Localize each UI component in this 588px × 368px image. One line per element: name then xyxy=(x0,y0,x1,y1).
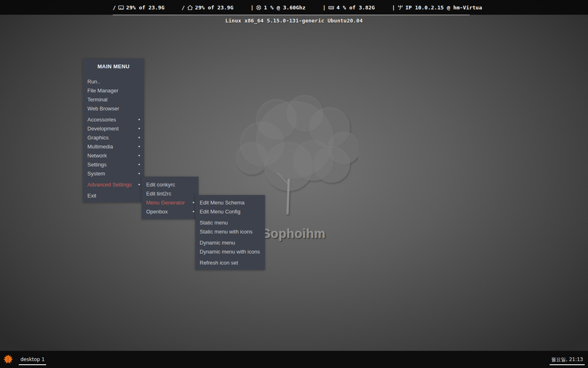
menu-item-refresh-icon-set[interactable]: Refresh icon set xyxy=(195,258,265,267)
clock-indicator xyxy=(550,364,585,365)
advanced-menu-items: Edit conkyrc Edit tint2rc Menu Generator… xyxy=(142,177,198,219)
submenu-arrow-icon: • xyxy=(138,182,140,187)
menu-item-label: System xyxy=(87,171,136,177)
menu-item-development[interactable]: Development• xyxy=(83,124,144,133)
menu-item-label: Refresh icon set xyxy=(200,260,261,266)
cpu-stat: | 1 % @ 3.60Ghz xyxy=(251,4,306,11)
menu-item-system[interactable]: System• xyxy=(83,169,144,178)
main-menu: MAIN MENU Run.. File Manager Terminal We… xyxy=(83,58,144,202)
disk-root-stat: / 29% of 23.9G xyxy=(113,4,165,11)
menu-item-label: Terminal xyxy=(87,96,140,103)
submenu-arrow-icon: • xyxy=(138,171,140,176)
menu-item-dynamic-menu-with-icons[interactable]: Dynamic menu with icons xyxy=(195,247,265,256)
submenu-arrow-icon: • xyxy=(138,135,140,140)
conky-underline xyxy=(113,15,470,15)
maple-leaf-icon xyxy=(2,353,14,366)
launcher-button[interactable] xyxy=(2,352,15,366)
home-icon xyxy=(187,4,193,11)
menu-item-openbox[interactable]: Openbox• xyxy=(142,207,198,216)
menu-item-label: Edit conkyrc xyxy=(146,182,194,188)
menu-item-edit-tint2rc[interactable]: Edit tint2rc xyxy=(142,189,198,198)
main-menu-items: Run.. File Manager Terminal Web Browser … xyxy=(83,74,144,202)
network-icon xyxy=(397,4,403,11)
menu-item-label: Openbox xyxy=(146,209,190,215)
menu-item-settings[interactable]: Settings• xyxy=(83,160,144,169)
submenu-arrow-icon: • xyxy=(192,200,194,205)
desktop-label: desktop 1 xyxy=(20,357,45,362)
main-menu-title: MAIN MENU xyxy=(83,58,144,74)
submenu-arrow-icon: • xyxy=(138,153,140,158)
menu-item-multimedia[interactable]: Multimedia• xyxy=(83,142,144,151)
menu-item-graphics[interactable]: Graphics• xyxy=(83,133,144,142)
menu-item-web-browser[interactable]: Web Browser xyxy=(83,104,144,113)
menu-item-label: Web Browser xyxy=(87,105,140,112)
menu-item-run[interactable]: Run.. xyxy=(83,77,144,86)
hard-drive-icon xyxy=(118,4,124,11)
menu-item-static-menu-with-icons[interactable]: Static menu with icons xyxy=(195,227,265,236)
menu-item-label: Network xyxy=(87,153,136,159)
menu-item-label: Exit xyxy=(87,193,140,199)
menu-item-edit-conkyrc[interactable]: Edit conkyrc xyxy=(142,180,198,189)
menu-item-label: Multimedia xyxy=(87,144,136,150)
cpu-icon xyxy=(256,4,262,11)
clock: 월요일, 21:13 xyxy=(549,351,586,368)
cpu-value: 1 % @ 3.60Ghz xyxy=(264,4,305,11)
taskbar: desktop 1 월요일, 21:13 xyxy=(0,351,588,368)
disk-home-value: 29% of 23.9G xyxy=(195,4,234,11)
menu-item-label: Edit Menu Schema xyxy=(200,200,261,206)
separator: | xyxy=(251,4,254,11)
menu-item-label: Accessories xyxy=(87,117,136,123)
submenu-arrow-icon: • xyxy=(138,126,140,131)
menu-item-label: File Manager xyxy=(87,88,140,94)
menu-item-label: Edit tint2rc xyxy=(146,191,194,197)
menu-item-label: Settings xyxy=(87,162,136,168)
separator: | xyxy=(392,4,395,11)
menu-item-dynamic-menu[interactable]: Dynamic menu xyxy=(195,238,265,247)
memory-icon xyxy=(328,4,334,11)
disk-home-stat: / 29% of 23.9G xyxy=(182,4,234,11)
menu-item-exit[interactable]: Exit xyxy=(83,191,144,200)
menu-item-advanced-settings[interactable]: Advanced Settings• xyxy=(83,180,144,189)
menu-generator-submenu: Edit Menu Schema Edit Menu Config Static… xyxy=(195,195,265,270)
os-version-text: Linux x86_64 5.15.0-131-generic Ubuntu20… xyxy=(0,18,588,24)
menu-item-label: Development xyxy=(87,126,136,132)
menu-item-label: Static menu with icons xyxy=(200,229,261,235)
desktop-switcher[interactable]: desktop 1 xyxy=(18,351,47,368)
generator-menu-items: Edit Menu Schema Edit Menu Config Static… xyxy=(195,195,265,270)
menu-item-edit-menu-schema[interactable]: Edit Menu Schema xyxy=(195,198,265,207)
menu-item-label: Graphics xyxy=(87,135,136,141)
conky-status-bar: / 29% of 23.9G / 29% of 23.9G | 1 % @ 3.… xyxy=(0,0,588,15)
menu-item-accessories[interactable]: Accessories• xyxy=(83,115,144,124)
submenu-arrow-icon: • xyxy=(192,209,194,214)
menu-item-file-manager[interactable]: File Manager xyxy=(83,86,144,95)
separator: | xyxy=(323,4,326,11)
menu-item-label: Edit Menu Config xyxy=(200,209,261,215)
menu-item-menu-generator[interactable]: Menu Generator• xyxy=(142,198,198,207)
disk-root-value: 29% of 23.9G xyxy=(126,4,165,11)
submenu-arrow-icon: • xyxy=(138,162,140,167)
memory-stat: | 4 % of 3.82G xyxy=(323,4,375,11)
submenu-arrow-icon: • xyxy=(138,144,140,149)
clock-text: 월요일, 21:13 xyxy=(551,356,583,363)
menu-item-label: Dynamic menu xyxy=(200,240,261,246)
menu-item-edit-menu-config[interactable]: Edit Menu Config xyxy=(195,207,265,216)
network-value: IP 10.0.2.15 @ hm-Virtua xyxy=(405,4,482,11)
menu-item-network[interactable]: Network• xyxy=(83,151,144,160)
home-mount-label: / xyxy=(182,4,185,11)
menu-item-label: Advanced Settings xyxy=(87,182,136,188)
menu-item-label: Run.. xyxy=(87,79,140,85)
memory-value: 4 % of 3.82G xyxy=(336,4,375,11)
menu-item-label: Menu Generator xyxy=(146,200,190,206)
active-desktop-indicator xyxy=(19,364,46,365)
advanced-settings-submenu: Edit conkyrc Edit tint2rc Menu Generator… xyxy=(142,177,198,219)
submenu-arrow-icon: • xyxy=(138,117,140,122)
menu-item-label: Dynamic menu with icons xyxy=(200,249,261,255)
menu-item-static-menu[interactable]: Static menu xyxy=(195,218,265,227)
root-mount-label: / xyxy=(113,4,116,11)
network-stat: | IP 10.0.2.15 @ hm-Virtua xyxy=(392,4,482,11)
menu-item-label: Static menu xyxy=(200,220,261,226)
menu-item-terminal[interactable]: Terminal xyxy=(83,95,144,104)
